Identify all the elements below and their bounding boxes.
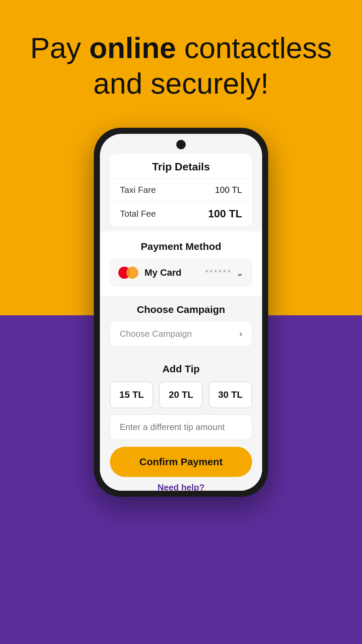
card-name: My Card (144, 267, 205, 278)
tip-option-1[interactable]: 15 TL (110, 381, 153, 408)
phone-shell: Trip Details Taxi Fare 100 TL Total Fee … (94, 128, 268, 497)
card-selector[interactable]: My Card ****** ⌄ (110, 259, 252, 286)
headline: Pay online contactless and securely! (0, 0, 362, 121)
headline-bold: online (89, 31, 176, 64)
tip-custom-input[interactable] (110, 414, 252, 440)
camera-notch (176, 140, 186, 149)
chevron-down-icon: ⌄ (236, 267, 244, 278)
total-fee-label: Total Fee (120, 209, 156, 219)
taxi-fare-row: Taxi Fare 100 TL (110, 178, 252, 201)
headline-part1: Pay (30, 31, 89, 64)
phone-wrapper: Trip Details Taxi Fare 100 TL Total Fee … (0, 128, 362, 497)
phone-screen: Trip Details Taxi Fare 100 TL Total Fee … (100, 134, 262, 491)
tip-title: Add Tip (110, 363, 252, 375)
trip-details-title: Trip Details (110, 154, 252, 178)
help-link[interactable]: Need help? (110, 482, 252, 491)
campaign-title: Choose Campaign (110, 304, 252, 315)
tip-section: Add Tip 15 TL 20 TL 30 TL Confirm Paymen… (100, 355, 262, 491)
campaign-selector[interactable]: Choose Campaign › (110, 321, 252, 347)
taxi-fare-label: Taxi Fare (120, 185, 156, 195)
campaign-section: Choose Campaign Choose Campaign › (100, 296, 262, 355)
trip-details-section: Trip Details Taxi Fare 100 TL Total Fee … (110, 154, 252, 226)
mastercard-icon (118, 266, 138, 279)
tip-buttons: 15 TL 20 TL 30 TL (110, 381, 252, 408)
total-fee-row: Total Fee 100 TL (110, 201, 252, 226)
mc-circle-right (126, 267, 138, 279)
confirm-payment-button[interactable]: Confirm Payment (110, 447, 252, 477)
total-fee-value: 100 TL (208, 208, 242, 220)
campaign-arrow-icon: › (239, 328, 242, 339)
tip-option-2[interactable]: 20 TL (159, 381, 202, 408)
payment-method-title: Payment Method (110, 241, 252, 252)
tip-option-3[interactable]: 30 TL (209, 381, 252, 408)
payment-method-section: Payment Method My Card ****** ⌄ (100, 231, 262, 296)
campaign-placeholder: Choose Campaign (120, 329, 192, 339)
screen-content: Trip Details Taxi Fare 100 TL Total Fee … (100, 134, 262, 491)
taxi-fare-value: 100 TL (215, 185, 242, 195)
card-stars: ****** (205, 268, 232, 277)
